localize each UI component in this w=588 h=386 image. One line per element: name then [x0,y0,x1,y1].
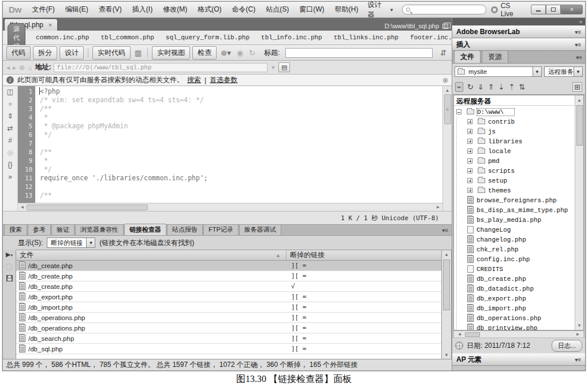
search-input[interactable] [402,5,486,14]
tree-item-file[interactable]: db_create.php [456,274,575,284]
menu-item[interactable]: 文件(F) [28,3,59,16]
column-header-file[interactable]: 文件 ▲ [16,250,286,260]
tab-files[interactable]: 文件 [454,50,481,63]
tree-item-file[interactable]: ChangeLog [456,225,575,235]
menu-item[interactable]: 格式(O) [193,3,226,16]
code-vertical-scrollbar[interactable]: ▲ ≡ [442,86,452,211]
maximize-button[interactable] [546,5,561,14]
balance-braces-icon[interactable]: {} [8,161,12,168]
related-file-button[interactable]: tbl_links.inc.php [334,34,399,41]
file-management-icon[interactable]: ⇵ [438,49,448,57]
open-documents-icon[interactable]: ◫ [7,88,13,95]
table-row[interactable]: /db_create.php√ [16,281,441,292]
scroll-down-icon[interactable]: ▼ [444,351,449,359]
results-tab-搜索[interactable]: 搜索 [4,224,27,235]
expand-plus-icon[interactable] [467,139,472,144]
stop-icon[interactable]: ⊗ [19,64,25,72]
column-header-broken-link[interactable]: 断掉的链接 [286,250,328,260]
tree-item-folder[interactable]: js [456,127,575,136]
vertical-scroll-thumb[interactable]: ≡ [444,94,451,124]
tree-item-file[interactable]: chk_rel.php [456,244,575,254]
tree-item-file[interactable]: browse_foreigners.php [456,195,575,205]
forward-icon[interactable]: ▸ [13,64,16,72]
menu-item[interactable]: 查看(V) [94,3,126,16]
panel-menu-icon[interactable]: ▾≡ [575,357,581,363]
tab-close-icon[interactable]: × [49,22,52,28]
more-tools-icon[interactable]: » [8,173,12,180]
discover-link[interactable]: 搜索 [187,75,201,85]
vertical-scroll-thumb[interactable] [576,105,583,146]
get-files-icon[interactable]: ⇓ [478,83,484,91]
expand-collapse-icon[interactable]: ⊞ [572,82,582,92]
menu-item[interactable]: 编辑(E) [61,3,93,16]
expand-plus-icon[interactable] [467,168,472,173]
scroll-up-icon[interactable]: ▲ [577,96,582,104]
menu-item[interactable]: 命令(C) [227,3,260,16]
highlight-invalid-code-icon[interactable]: ◎ [7,149,13,156]
checkin-files-icon[interactable]: ⇡ [508,83,515,91]
tree-item-file[interactable]: db_operations.php [456,313,575,323]
title-input[interactable] [285,48,433,58]
tree-item-folder[interactable]: scripts [456,166,575,176]
log-button[interactable]: 日志... [552,340,582,352]
tree-item-file[interactable]: db_import.php [456,303,575,313]
code-editor[interactable]: <?php/* vim: set expandtab sw=4 ts=4 sts… [35,86,442,203]
tree-item-folder[interactable]: libraries [456,136,575,146]
expand-plus-icon[interactable] [467,178,472,183]
tree-item-file[interactable]: changelog.php [456,235,575,244]
tree-item-file[interactable]: db_datadict.php [456,284,575,294]
menu-item[interactable]: 窗口(W) [295,3,329,16]
insert-panel-header[interactable]: 插入 ▾≡ [452,38,585,51]
tree-item-folder[interactable]: pmd [456,156,575,166]
related-file-button[interactable]: tbl_common.php [101,34,154,41]
tree-item-file[interactable]: config.inc.php [456,254,575,264]
expand-plus-icon[interactable] [467,119,472,124]
panel-menu-icon[interactable]: ▾≡ [438,227,452,235]
stop-report-icon[interactable]: ◯ [6,263,13,270]
results-tab-参考[interactable]: 参考 [28,224,51,235]
scroll-up-icon[interactable]: ▲ [444,250,449,258]
tree-item-folder[interactable]: themes [456,185,575,195]
tree-item-file[interactable]: bs_play_media.php [456,215,575,225]
connect-remote-icon[interactable]: ⌁ [455,82,463,92]
collapse-full-tag-icon[interactable]: ∗ [7,101,13,107]
refresh-design-icon[interactable]: ↻ [247,49,257,57]
check-links-play-icon[interactable]: ▶▾ [6,251,13,258]
expand-plus-icon[interactable] [467,188,472,193]
panel-menu-icon[interactable]: ▾≡ [575,29,581,35]
browserlab-panel-header[interactable]: Adobe BrowserLab ▾≡ [452,25,585,38]
expand-plus-icon[interactable] [467,149,472,154]
expand-all-icon[interactable]: ⇄ [7,125,13,132]
scroll-down-icon[interactable]: ▼ [577,321,582,329]
vertical-scroll-thumb[interactable] [443,259,450,310]
related-file-button[interactable]: tbl_info.inc.php [261,34,322,41]
code-horizontal-scrollbar[interactable]: ◄ ► [18,203,442,211]
live-code-button[interactable]: 实时代码 [92,46,131,60]
synchronize-icon[interactable]: ⇅ [519,83,525,91]
menu-item[interactable]: 插入(I) [128,3,157,16]
related-file-button[interactable]: sql_query_form.lib.php [166,34,250,41]
table-row[interactable]: /db_import.php][ = [16,302,441,313]
collapse-minus-icon[interactable] [456,109,462,114]
menu-item[interactable]: 帮助(H) [330,3,363,16]
visual-aids-icon[interactable]: ◉ [235,49,245,57]
results-tab-服务器调试[interactable]: 服务器调试 [239,224,281,235]
select-parent-tag-icon[interactable]: # [8,137,12,144]
menu-item[interactable]: 修改(M) [158,3,192,16]
split-view-button[interactable]: 拆分 [33,46,57,60]
home-icon[interactable]: ⌂ [28,64,32,72]
table-row[interactable]: /db_operations.php][ = [16,323,441,333]
back-icon[interactable]: ◂ [6,64,10,72]
panel-menu-icon[interactable]: ▾≡ [573,54,585,63]
live-view-button[interactable]: 实时视图 [152,46,190,60]
checkout-files-icon[interactable]: ⇣ [498,83,505,91]
tree-item-file[interactable]: db_printview.php [456,323,575,330]
horizontal-scroll-thumb[interactable] [27,205,148,210]
scroll-left-icon[interactable]: ◄ [18,205,27,210]
put-files-icon[interactable]: ⇑ [488,83,494,91]
tab-assets[interactable]: 资源 [482,50,508,63]
minimize-button[interactable] [531,5,546,14]
show-select[interactable]: 断掉的链接 ▼ [47,237,95,248]
tree-item-file[interactable]: db_export.php [456,294,575,303]
scroll-right-icon[interactable]: ► [434,205,442,210]
